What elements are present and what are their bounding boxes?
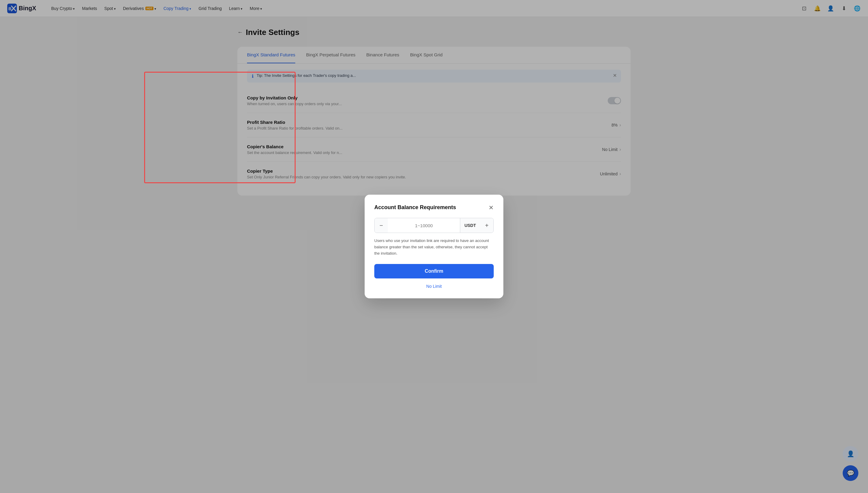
amount-input[interactable]	[388, 218, 460, 233]
modal-header: Account Balance Requirements ✕	[374, 204, 494, 211]
modal-close-button[interactable]: ✕	[489, 205, 494, 211]
no-limit-button[interactable]: No Limit	[374, 283, 494, 290]
currency-label: USDT	[460, 218, 480, 233]
modal-description: Users who use your invitation link are r…	[374, 238, 494, 256]
modal-title: Account Balance Requirements	[374, 204, 456, 211]
amount-input-row: − USDT +	[374, 218, 494, 233]
confirm-button[interactable]: Confirm	[374, 264, 494, 278]
account-balance-modal: Account Balance Requirements ✕ − USDT + …	[365, 195, 503, 298]
decrement-button[interactable]: −	[375, 218, 388, 233]
modal-overlay[interactable]: Account Balance Requirements ✕ − USDT + …	[0, 0, 868, 493]
increment-button[interactable]: +	[480, 218, 493, 233]
